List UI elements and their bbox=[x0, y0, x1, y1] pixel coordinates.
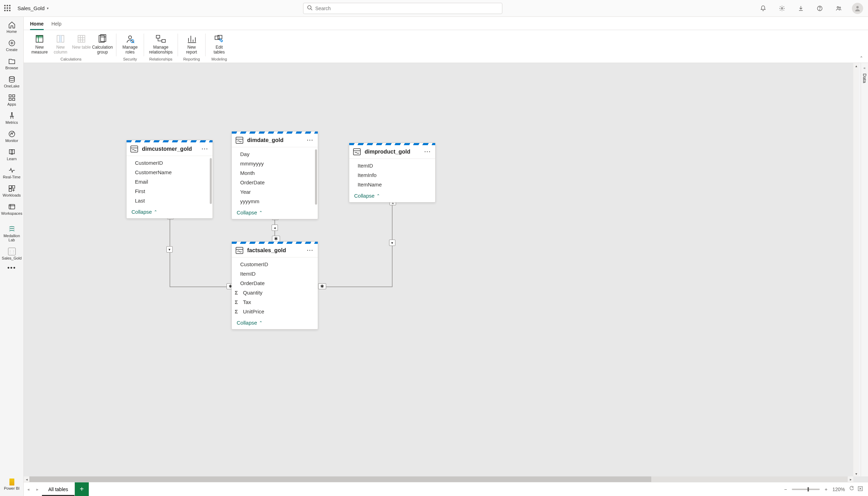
nav-create[interactable]: Create bbox=[0, 37, 23, 55]
table-menu-icon[interactable]: ··· bbox=[202, 146, 208, 152]
table-field[interactable]: Year bbox=[232, 187, 318, 197]
table-field[interactable]: CustomerID bbox=[127, 158, 213, 168]
ribbon-label-relationships: Relationships bbox=[149, 57, 172, 63]
table-field[interactable]: OrderDate bbox=[232, 278, 318, 288]
document-name-dropdown[interactable]: Sales_Gold ▾ bbox=[17, 5, 49, 11]
edit-tables-button[interactable]: Edit tables bbox=[209, 32, 229, 57]
table-field[interactable]: ΣTax bbox=[232, 297, 318, 307]
table-scroll-thumb[interactable] bbox=[210, 158, 212, 204]
table-field[interactable]: Day bbox=[232, 149, 318, 159]
collapse-toggle[interactable]: Collapse⌃ bbox=[232, 207, 318, 219]
nav-learn[interactable]: Learn bbox=[0, 146, 23, 164]
nav-more[interactable]: ••• bbox=[0, 264, 23, 273]
table-field[interactable]: yyyymm bbox=[232, 197, 318, 206]
fit-to-page-icon[interactable] bbox=[848, 486, 854, 493]
nav-browse[interactable]: Browse bbox=[0, 55, 23, 73]
account-avatar[interactable] bbox=[851, 2, 864, 15]
new-report-button[interactable]: New report bbox=[181, 32, 202, 57]
nav-workloads[interactable]: Workloads bbox=[0, 183, 23, 200]
table-card-dimdate[interactable]: dimdate_gold ··· Day mmmyyyy Month Order… bbox=[231, 131, 318, 219]
people-icon[interactable] bbox=[832, 2, 845, 15]
nav-workspaces[interactable]: Workspaces bbox=[0, 201, 23, 218]
data-pane-collapsed[interactable]: « Data bbox=[861, 63, 868, 476]
ribbon-collapse-toggle[interactable]: ⌃ bbox=[860, 56, 863, 61]
table-card-factsales[interactable]: factsales_gold ··· CustomerID ItemID Ord… bbox=[231, 241, 318, 330]
svg-line-1 bbox=[311, 9, 312, 10]
table-field[interactable]: ΣQuantity bbox=[232, 288, 318, 297]
ribbon-group-calculations: New measure New column New table Calcula… bbox=[27, 32, 115, 63]
collapse-toggle[interactable]: Collapse⌃ bbox=[349, 190, 435, 202]
nav-salesgold[interactable]: ⋮⋮Sales_Gold bbox=[0, 246, 23, 263]
app-launcher-icon[interactable] bbox=[4, 5, 11, 12]
svg-point-7 bbox=[856, 6, 859, 8]
table-field[interactable]: CustomerID bbox=[232, 260, 318, 269]
tab-home[interactable]: Home bbox=[30, 18, 44, 30]
sheet-tab-all-tables[interactable]: All tables bbox=[42, 482, 75, 496]
scroll-left-arrow[interactable]: ◂ bbox=[24, 476, 29, 482]
table-field[interactable]: Month bbox=[232, 168, 318, 178]
table-icon bbox=[235, 247, 244, 254]
nav-monitor[interactable]: Monitor bbox=[0, 128, 23, 146]
table-field[interactable]: First bbox=[127, 186, 213, 196]
zoom-in-button[interactable]: + bbox=[823, 487, 829, 492]
new-measure-button[interactable]: New measure bbox=[29, 32, 50, 57]
table-field[interactable]: Email bbox=[127, 177, 213, 186]
table-field[interactable]: CustomerName bbox=[127, 168, 213, 177]
zoom-out-button[interactable]: − bbox=[783, 487, 788, 492]
table-menu-icon[interactable]: ··· bbox=[424, 149, 431, 155]
table-field[interactable]: ItemID bbox=[349, 161, 435, 170]
scroll-thumb[interactable] bbox=[29, 476, 651, 482]
table-menu-icon[interactable]: ··· bbox=[307, 247, 314, 254]
table-field[interactable]: OrderDate bbox=[232, 178, 318, 187]
filter-direction-icon: ▾ bbox=[389, 240, 395, 246]
notifications-icon[interactable] bbox=[757, 2, 769, 15]
zoom-to-fit-icon[interactable] bbox=[858, 486, 863, 493]
model-canvas[interactable]: 1 ▾ ✱ 1 ◂ ✱ 1 ▾ ✱ dimcustomer_gold ··· C… bbox=[24, 63, 853, 476]
help-icon[interactable] bbox=[813, 2, 826, 15]
sheet-nav-next[interactable]: ▸ bbox=[33, 482, 42, 496]
sigma-icon: Σ bbox=[234, 290, 239, 296]
svg-point-2 bbox=[781, 7, 783, 9]
nav-metrics[interactable]: Metrics bbox=[0, 110, 23, 127]
table-scroll-thumb[interactable] bbox=[315, 149, 317, 205]
table-field[interactable]: ΣUnitPrice bbox=[232, 307, 318, 316]
nav-learn-label: Learn bbox=[7, 157, 16, 161]
settings-icon[interactable] bbox=[776, 2, 788, 15]
nav-apps[interactable]: Apps bbox=[0, 92, 23, 109]
search-input[interactable] bbox=[315, 6, 498, 11]
table-field[interactable]: ItemInfo bbox=[349, 170, 435, 180]
table-field[interactable]: ItemName bbox=[349, 180, 435, 189]
collapse-toggle[interactable]: Collapse⌃ bbox=[127, 206, 213, 218]
table-card-dimcustomer[interactable]: dimcustomer_gold ··· CustomerID Customer… bbox=[126, 140, 213, 219]
collapse-toggle[interactable]: Collapse⌃ bbox=[232, 317, 318, 329]
manage-relationships-button[interactable]: Manage relationships bbox=[148, 32, 174, 57]
scroll-right-arrow[interactable]: ▸ bbox=[848, 476, 853, 482]
nav-realtime[interactable]: Real-Time bbox=[0, 164, 23, 182]
table-menu-icon[interactable]: ··· bbox=[307, 137, 314, 143]
table-name: dimdate_gold bbox=[247, 137, 284, 143]
nav-onelake[interactable]: OneLake bbox=[0, 73, 23, 91]
svg-rect-13 bbox=[12, 98, 14, 100]
nav-home[interactable]: Home bbox=[0, 19, 23, 36]
zoom-slider[interactable] bbox=[792, 489, 820, 490]
search-box[interactable] bbox=[303, 3, 502, 14]
horizontal-scrollbar[interactable]: ◂ ▸ bbox=[24, 476, 853, 482]
table-field[interactable]: ItemID bbox=[232, 269, 318, 278]
download-icon[interactable] bbox=[795, 2, 807, 15]
tab-help[interactable]: Help bbox=[51, 18, 62, 30]
table-field[interactable]: Last bbox=[127, 196, 213, 205]
nav-medallion-lab[interactable]: Medallion Lab bbox=[0, 223, 23, 245]
sheet-nav-prev[interactable]: ◂ bbox=[24, 482, 33, 496]
ribbon-label-calculations: Calculations bbox=[60, 57, 81, 63]
table-card-dimproduct[interactable]: dimproduct_gold ··· ItemID ItemInfo Item… bbox=[349, 143, 436, 203]
table-field[interactable]: mmmyyyy bbox=[232, 159, 318, 168]
scroll-up-arrow[interactable]: ▴ bbox=[853, 63, 859, 69]
scroll-down-arrow[interactable]: ▾ bbox=[853, 471, 859, 476]
zoom-controls: − + 120% bbox=[778, 482, 868, 496]
vertical-scrollbar[interactable]: ▴ ▾ bbox=[853, 63, 859, 476]
manage-roles-button[interactable]: Manage roles bbox=[120, 32, 140, 57]
calculation-group-button[interactable]: Calculation group bbox=[92, 32, 113, 57]
ribbon-group-relationships: Manage relationships Relationships bbox=[145, 32, 176, 63]
add-sheet-button[interactable]: + bbox=[75, 482, 89, 496]
nav-powerbi[interactable]: Power BI bbox=[0, 476, 23, 493]
